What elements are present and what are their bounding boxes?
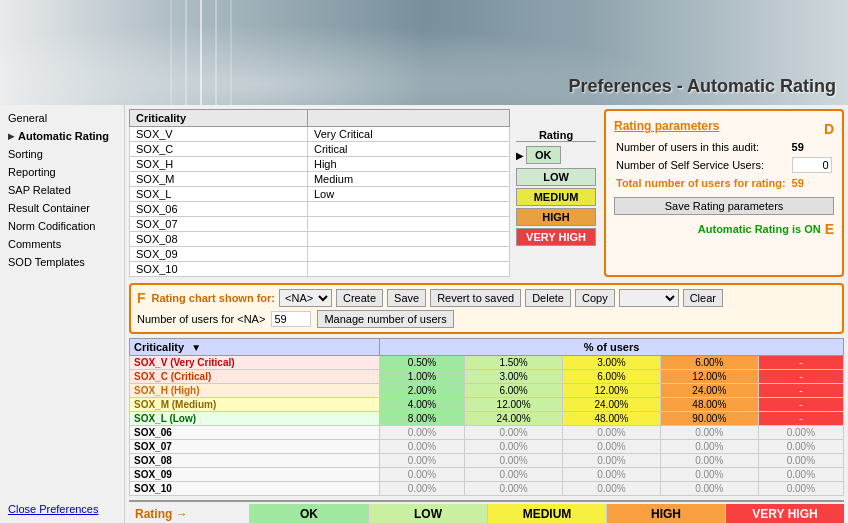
sidebar-item-sod-templates[interactable]: SOD Templates [0,253,124,271]
criticality-table: Criticality SOX_VVery CriticalSOX_CCriti… [129,109,510,277]
sidebar-label-sorting: Sorting [8,148,43,160]
criticality-id-cell[interactable]: SOX_H [130,157,308,172]
percentage-table: Criticality ▼ % of users SOX_V (Very Cri… [129,338,844,496]
clear-button[interactable]: Clear [683,289,723,307]
pct-cell: 24.00% [563,398,661,412]
pct-cell: 2.00% [379,384,464,398]
criticality-name-cell [307,262,509,277]
auto-rating-on-text: Automatic Rating is ON [698,223,821,235]
criticality-rating-area: Criticality SOX_VVery CriticalSOX_CCriti… [129,109,596,277]
pct-cell: 0.00% [563,440,661,454]
sidebar-label-sap-related: SAP Related [8,184,71,196]
criticality-name-cell [307,232,509,247]
copy-button[interactable]: Copy [575,289,615,307]
num-users-value: 59 [792,141,804,153]
footer-low-cell: LOW [368,504,487,523]
close-preferences-link[interactable]: Close Preferences [0,499,125,519]
pct-cell: 12.00% [563,384,661,398]
pct-cell: 0.00% [758,426,843,440]
pct-cell: 6.00% [660,356,758,370]
pct-cell: 3.00% [465,370,563,384]
total-users-label: Total number of users for rating: [614,175,790,191]
save-button[interactable]: Save [387,289,426,307]
revert-button[interactable]: Revert to saved [430,289,521,307]
criticality-id-cell[interactable]: SOX_M [130,172,308,187]
criticality-id-cell[interactable]: SOX_07 [130,217,308,232]
sidebar-label-result-container: Result Container [8,202,90,214]
pct-cell: 0.00% [465,426,563,440]
pct-cell: 0.00% [563,482,661,496]
footer-high-cell: HIGH [606,504,725,523]
rating-params-title: Rating parameters [614,119,719,133]
self-service-input[interactable] [792,157,832,173]
pct-row-label: SOX_H (High) [130,384,380,398]
pct-cell: 1.50% [465,356,563,370]
top-section: Criticality SOX_VVery CriticalSOX_CCriti… [129,109,844,277]
criticality-id-cell[interactable]: SOX_V [130,127,308,142]
criticality-id-cell[interactable]: SOX_06 [130,202,308,217]
criticality-id-cell[interactable]: SOX_08 [130,232,308,247]
sidebar-item-sap-related[interactable]: SAP Related [0,181,124,199]
sidebar-item-result-container[interactable]: Result Container [0,199,124,217]
name-col-header [307,110,509,127]
delete-button[interactable]: Delete [525,289,571,307]
pct-cell: - [758,356,843,370]
pct-cell: 0.00% [660,426,758,440]
rating-low-badge[interactable]: LOW [516,168,596,186]
footer-rating-label: Rating → [129,505,249,523]
pct-cell: 90.00% [660,412,758,426]
pct-cell: 24.00% [465,412,563,426]
rating-very-high-badge[interactable]: VERY HIGH [516,228,596,246]
rating-medium-badge[interactable]: MEDIUM [516,188,596,206]
pct-cell: 0.00% [758,468,843,482]
num-users-for-label: Number of users for <NA> [137,313,265,325]
save-rating-parameters-button[interactable]: Save Rating parameters [614,197,834,215]
chart-dropdown[interactable]: <NA> [279,289,332,307]
pct-cell: 0.00% [563,454,661,468]
sidebar-label-norm-codification: Norm Codification [8,220,95,232]
criticality-name-cell: Medium [307,172,509,187]
rating-params-table: Number of users in this audit: 59 Number… [614,139,834,191]
pct-cell: 0.00% [660,454,758,468]
pct-cell: 0.00% [465,468,563,482]
pct-cell: 0.00% [379,454,464,468]
chart-controls-row1: F Rating chart shown for: <NA> Create Sa… [137,289,836,307]
f-label: F [137,290,146,306]
criticality-id-cell[interactable]: SOX_09 [130,247,308,262]
criticality-id-cell[interactable]: SOX_L [130,187,308,202]
rating-ok-badge[interactable]: OK [526,146,561,164]
pct-criticality-header: Criticality ▼ [130,339,380,356]
criticality-section: Criticality SOX_VVery CriticalSOX_CCriti… [129,109,510,277]
percentage-table-container: Criticality ▼ % of users SOX_V (Very Cri… [129,338,844,496]
criticality-id-cell[interactable]: SOX_10 [130,262,308,277]
pct-row-label: SOX_V (Very Critical) [130,356,380,370]
sidebar-item-norm-codification[interactable]: Norm Codification [0,217,124,235]
pct-row-label: SOX_L (Low) [130,412,380,426]
sidebar-item-sorting[interactable]: Sorting [0,145,124,163]
rating-header: Rating [516,129,596,142]
pct-cell: 48.00% [563,412,661,426]
pct-cell: 0.00% [758,482,843,496]
rating-high-badge[interactable]: HIGH [516,208,596,226]
footer-rating-row: Rating → OK LOW MEDIUM HIGH VERY HIGH [129,500,844,523]
sidebar-item-comments[interactable]: Comments [0,235,124,253]
manage-users-button[interactable]: Manage number of users [317,310,453,328]
rating-column: Rating ▶ OK LOW MEDIUM HIGH VERY HIGH [516,109,596,277]
copy-target-dropdown[interactable] [619,289,679,307]
pct-row-label: SOX_10 [130,482,380,496]
footer-medium-cell: MEDIUM [487,504,606,523]
pct-cell: 3.00% [563,356,661,370]
sidebar-item-reporting[interactable]: Reporting [0,163,124,181]
rating-params-d-label: D [824,121,834,137]
pct-cell: 0.00% [758,454,843,468]
criticality-name-cell [307,217,509,232]
self-service-label: Number of Self Service Users: [614,155,790,175]
sidebar-item-general[interactable]: General [0,109,124,127]
sidebar-label-sod-templates: SOD Templates [8,256,85,268]
sidebar-arrow-icon: ▶ [8,132,14,141]
create-button[interactable]: Create [336,289,383,307]
pct-cell: 0.00% [379,468,464,482]
num-users-field[interactable] [271,311,311,327]
sidebar-item-automatic-rating[interactable]: ▶ Automatic Rating [0,127,124,145]
criticality-id-cell[interactable]: SOX_C [130,142,308,157]
